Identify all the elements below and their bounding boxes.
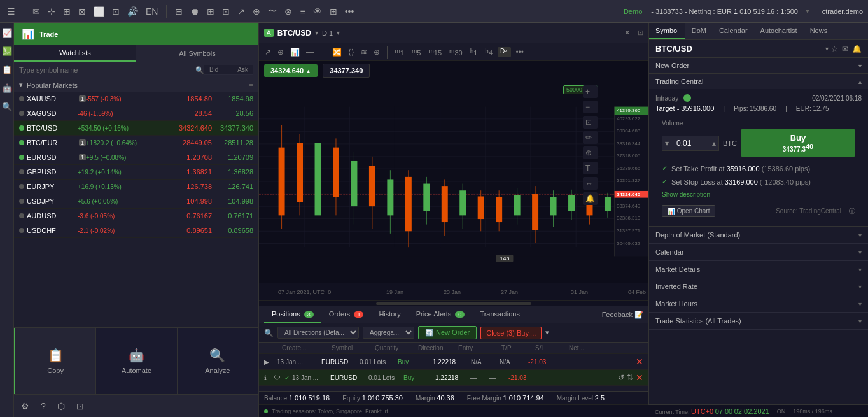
popular-markets-header[interactable]: ▾ Popular Markets ≡ (14, 78, 258, 92)
help-icon[interactable]: ? (39, 400, 48, 413)
bar-chart-tool[interactable]: 📊 (288, 46, 302, 58)
vol-stepper-down[interactable]: ▾ (662, 139, 671, 148)
direction-filter[interactable]: All Directions (Defa... (277, 327, 359, 339)
flag-icon[interactable]: EN (144, 5, 160, 18)
menu-icon[interactable]: ☰ (5, 5, 17, 18)
analyze-side-icon[interactable]: 🔍 (2, 102, 12, 111)
new-order-button[interactable]: 🔄 New Order (418, 326, 477, 339)
minimize-icon[interactable]: ⊡ (638, 29, 643, 37)
depth-of-market-section[interactable]: Depth of Market (Standard) ▾ (649, 227, 868, 244)
trade-statistics-section[interactable]: Trade Statistics (All Trades) ▾ (649, 313, 868, 330)
snap-icon[interactable]: ⊞ (205, 5, 216, 18)
close-row-icon-2[interactable]: ✕ (636, 372, 643, 383)
market-row-btceur[interactable]: BTC/EUR 1 +1820.2 (+0.64%) 28449.05 2851… (14, 136, 258, 150)
automate-sub-item[interactable]: 🤖 Automate (96, 328, 177, 394)
copy-sub-item[interactable]: 📋 Copy (14, 328, 96, 394)
search-input[interactable] (19, 66, 195, 74)
stats-icon[interactable]: ⊞ (328, 5, 339, 18)
tab-autochartist[interactable]: Autochartist (754, 23, 804, 39)
reset-zoom-icon[interactable]: ⊡ (583, 116, 598, 129)
info-tc-icon[interactable]: ⓘ (849, 207, 855, 216)
social-icon[interactable]: ⊗ (283, 5, 294, 18)
auto-side-icon[interactable]: 🤖 (2, 83, 12, 93)
magnet-icon[interactable]: ⊕ (251, 5, 262, 18)
market-row-usdchf[interactable]: USDCHF -2.1 (-0.02%) 0.89651 0.89658 (14, 223, 258, 238)
scrollbar-thumb[interactable] (376, 302, 532, 305)
email-icon[interactable]: ✉ (31, 5, 42, 18)
user-button[interactable]: ctrader.demo (822, 8, 863, 15)
eye-icon[interactable]: 👁 (311, 5, 324, 18)
market-details-section[interactable]: Market Details ▾ (649, 261, 868, 278)
indicator-tool[interactable]: ≋ (359, 46, 369, 58)
tab-price-alerts[interactable]: Price Alerts 0 (409, 306, 473, 323)
cursor-tool[interactable]: ↗ (263, 46, 273, 58)
horizontal-scrollbar[interactable] (259, 300, 648, 306)
market-row-xauusd[interactable]: XAUUSD 1 -557 (-0.3%) 1854.80 1854.98 (14, 92, 258, 106)
open-chart-button[interactable]: 📊 Open Chart (662, 205, 715, 217)
close-row-icon[interactable]: ✕ (636, 357, 643, 367)
vol-stepper-up[interactable]: ▴ (710, 139, 718, 148)
tf-h4[interactable]: h4 (482, 47, 495, 57)
settings-icon[interactable]: ⚙ (19, 400, 31, 413)
tab-all-symbols[interactable]: All Symbols (136, 45, 258, 62)
tf-m5[interactable]: m5 (409, 47, 423, 57)
crosshair-tool[interactable]: ⊕ (276, 46, 286, 58)
more-icon[interactable]: ••• (343, 5, 356, 18)
tf-m30[interactable]: m30 (447, 47, 465, 57)
pattern-tool[interactable]: ⟨⟩ (346, 46, 356, 58)
reverse-icon[interactable]: ↺ (618, 373, 624, 382)
calendar-section[interactable]: Calendar ▾ (649, 244, 868, 261)
market-row-eurjpy[interactable]: EURJPY +16.9 (+0.13%) 126.738 126.741 (14, 180, 258, 194)
chart-side-icon[interactable]: 📈 (2, 28, 12, 38)
alert-bell-icon[interactable]: 🔔 (583, 192, 598, 205)
tab-watchlists[interactable]: Watchlists (14, 45, 136, 62)
trade-side-icon[interactable]: 💹 (2, 46, 12, 56)
layers-tool[interactable]: ⊕ (372, 46, 382, 58)
chart-icon[interactable]: ⊞ (61, 5, 73, 18)
ruler-icon[interactable]: ↔ (583, 177, 598, 190)
split-icon[interactable]: ⇅ (627, 373, 633, 382)
hline-tool[interactable]: ═ (318, 46, 328, 58)
market-row-audusd[interactable]: AUDUSD -3.6 (-0.05%) 0.76167 0.76171 (14, 209, 258, 223)
market-row-gbpusd[interactable]: GBPUSD +19.2 (+0.14%) 1.36821 1.36828 (14, 165, 258, 180)
bell-symbol-icon[interactable]: 🔔 (852, 45, 862, 53)
draw-icon[interactable]: ✏ (583, 131, 598, 144)
market-hours-section[interactable]: Market Hours ▾ (649, 295, 868, 313)
inverted-rate-section[interactable]: Inverted Rate ▾ (649, 278, 868, 295)
window-icon[interactable]: ⬜ (92, 5, 106, 18)
share-icon[interactable]: ⬡ (55, 400, 67, 413)
copy-side-icon[interactable]: 📋 (2, 65, 12, 74)
market-row-xagusd[interactable]: XAGUSD -46 (-1.59%) 28.54 28.56 (14, 106, 258, 121)
info-icon[interactable]: ℹ (264, 374, 274, 381)
tab-history[interactable]: History (371, 306, 408, 323)
layers-icon[interactable]: ≡ (298, 5, 307, 18)
line-tool[interactable]: — (304, 46, 316, 58)
feedback-button[interactable]: Feedback 📝 (602, 311, 643, 319)
tf-m15[interactable]: m15 (426, 47, 444, 57)
tab-symbol[interactable]: Symbol (649, 23, 685, 39)
tab-positions[interactable]: Positions 3 (264, 306, 321, 323)
email-symbol-icon[interactable]: ✉ (842, 45, 848, 53)
market-row-usdjpy[interactable]: USDJPY +5.6 (+0.05%) 104.998 104.998 (14, 194, 258, 209)
position-row-2[interactable]: ℹ 🛡 ✓ 13 Jan ... EURUSD 0.01 Lots Buy 1.… (259, 370, 648, 386)
tab-orders[interactable]: Orders 1 (321, 306, 372, 323)
tab-calendar[interactable]: Calendar (713, 23, 754, 39)
positions-more-icon[interactable]: ▾ (545, 329, 549, 337)
new-order-header[interactable]: New Order ▾ (649, 58, 868, 73)
layout-icon[interactable]: ⊡ (220, 5, 232, 18)
close-positions-button[interactable]: Close (3) Buy,... (480, 327, 542, 339)
market-row-btcusd[interactable]: BTC/USD +534.50 (+0.16%) 34324.640 34377… (14, 121, 258, 136)
copy-bottom-icon[interactable]: ⊡ (74, 400, 86, 413)
show-description-link[interactable]: Show description (655, 188, 862, 201)
analyze-sub-item[interactable]: 🔍 Analyze (178, 328, 258, 394)
close-chart-icon[interactable]: ✕ (624, 29, 630, 37)
market-row-eurusd[interactable]: EURUSD 1 +9.5 (+0.08%) 1.20708 1.20709 (14, 150, 258, 165)
fib-tool[interactable]: 🔀 (330, 46, 344, 58)
speaker-icon[interactable]: 🔊 (125, 5, 140, 18)
tab-transactions[interactable]: Transactions (472, 306, 528, 323)
star-icon[interactable]: ☆ (831, 45, 838, 53)
wave-icon[interactable]: 〜 (266, 4, 279, 18)
record-icon[interactable]: ⏺ (188, 5, 201, 18)
tab-news[interactable]: News (804, 23, 834, 39)
volume-input[interactable] (671, 136, 710, 150)
